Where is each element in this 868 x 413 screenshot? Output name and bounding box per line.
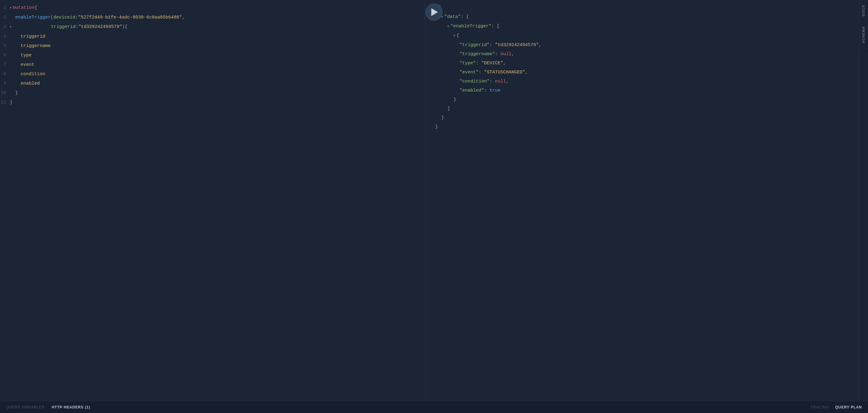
line-number: 5 [0,41,10,50]
json-token: "data" [444,14,461,20]
code-token [13,24,51,29]
line-number: 7 [0,60,10,69]
response-line: "triggername": null, [426,50,860,59]
json-token: } [435,124,438,130]
json-token: "td329242494579" [495,42,539,47]
code-line: 3▼ triggerid:"td329242494579"){ [0,22,425,32]
play-icon [431,8,438,16]
play-button-container [426,4,442,21]
line-number: 10 [0,89,10,97]
json-token: true [490,88,500,93]
response-line: ▼{ [426,31,860,41]
code-line: 6 type [0,50,425,60]
json-token: : [490,79,495,84]
collapse-triangle[interactable]: ▼ [10,6,11,10]
bottom-bar: QUERY VARIABLESHTTP HEADERS (1) TRACINGQ… [0,401,868,413]
code-token: { [35,5,37,10]
bottom-tab-query-variables[interactable]: QUERY VARIABLES [6,404,44,411]
bottom-right-tabs: TRACINGQUERY PLAN [811,404,862,411]
response-panel: ▼{▼"data": {▼"enableTrigger": [▼{"trigge… [426,0,860,401]
response-line-content: ▼"enableTrigger": [ [435,22,860,31]
json-token: , [539,42,541,47]
code-token: enableTrigger [15,15,51,20]
sidebar-tab-schema[interactable]: SCHEMA [860,21,868,48]
json-token: "enableTrigger" [451,24,491,29]
code-token: deviceid [54,15,75,20]
response-line-content: ▼"data": { [435,13,860,22]
line-number: 11 [0,98,10,106]
code-token: : [75,24,78,29]
json-collapse-triangle[interactable]: ▼ [447,25,449,28]
code-token: : [75,15,78,20]
response-line: "event": "STATUSCHANGED", [426,68,860,77]
code-line: 7 event [0,60,425,69]
code-token [10,15,15,20]
json-token: "STATUSCHANGED" [484,70,525,75]
query-panel: 1▼mutation{2 enableTrigger(deviceid:"527… [0,0,425,401]
line-content: triggername [10,42,425,50]
code-token: triggerid [51,24,75,29]
json-token: } [441,115,444,121]
right-sidebar: DOCSSCHEMA [860,0,868,401]
response-line: } [426,113,860,123]
code-line: 1▼mutation{ [0,3,425,13]
json-token: "event" [460,70,478,75]
code-token: } [10,90,18,96]
bottom-tab-query-plan[interactable]: QUERY PLAN [835,404,862,411]
response-line: "type": "DEVICE", [426,59,860,68]
response-line: } [426,95,860,104]
code-token: triggerid [10,34,45,39]
bottom-tab-http-headers-1[interactable]: HTTP HEADERS (1) [52,404,90,411]
line-content: ▼mutation{ [10,4,425,12]
code-token: ( [51,15,54,20]
line-content: type [10,51,425,60]
collapse-triangle[interactable]: ▼ [10,26,11,29]
line-number: 4 [0,32,10,41]
code-line: 2 enableTrigger(deviceid:"527f2d49-b1fe-… [0,13,425,22]
line-content: enabled [10,79,425,88]
response-line-content: "triggerid": "td329242494579", [435,41,860,49]
code-token: ){ [122,24,127,29]
line-number: 8 [0,70,10,78]
json-token: , [525,70,528,75]
run-query-button[interactable] [426,4,442,21]
response-line: } [426,123,860,132]
json-token: : [478,70,484,75]
response-line: "triggerid": "td329242494579", [426,41,860,50]
sidebar-tab-docs[interactable]: DOCS [860,0,868,21]
code-line: 10 } [0,88,425,98]
bottom-tab-tracing[interactable]: TRACING [811,404,829,411]
json-token: : [476,61,482,66]
code-token: mutation [13,5,35,10]
response-line-content: } [435,123,860,131]
code-token: enabled [10,81,40,86]
json-token: , [503,61,506,66]
code-line: 9 enabled [0,79,425,88]
json-token: { [457,33,459,38]
response-line-content: ▼{ [435,3,860,12]
code-line: 8 condition [0,69,425,79]
response-line-content: "type": "DEVICE", [435,59,860,68]
response-line-content: } [435,96,860,104]
code-token: "527f2d49-b1fe-4adc-8030-6c0aa05b6488" [78,15,182,20]
bottom-left-tabs: QUERY VARIABLESHTTP HEADERS (1) [6,404,90,411]
line-content: triggerid [10,32,425,41]
line-number: 3 [0,23,10,31]
json-token: : { [461,14,469,20]
json-token: : [ [491,24,500,29]
code-token: triggername [10,43,51,48]
code-token: condition [10,72,45,77]
line-content: condition [10,70,425,78]
line-number: 2 [0,13,10,22]
main-container: 1▼mutation{2 enableTrigger(deviceid:"527… [0,0,868,401]
response-line: ] [426,104,860,113]
json-token: "DEVICE" [482,61,503,66]
response-line: ▼{ [426,3,860,12]
code-token: type [10,53,32,58]
line-number: 6 [0,51,10,60]
response-line-content: } [435,114,860,122]
json-token: null [500,51,512,57]
json-collapse-triangle[interactable]: ▼ [454,34,455,38]
response-line: ▼"enableTrigger": [ [426,22,860,31]
response-line-content: ] [435,105,860,113]
